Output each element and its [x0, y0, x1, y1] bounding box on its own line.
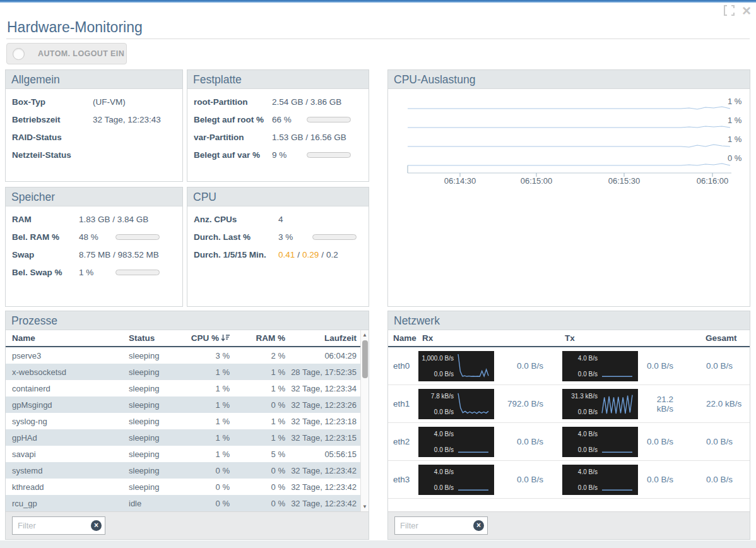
column-header-tx[interactable]: Tx: [562, 333, 704, 343]
tx-current-value: 0.0 B/s: [638, 437, 704, 446]
sort-descending-icon: [221, 334, 230, 342]
info-row-var-partition: var-Partition 1.53 GB / 16.56 GB: [194, 133, 362, 142]
prozesse-scrollbar[interactable]: ▲ ▼: [360, 330, 369, 511]
tx-min-label: 0.0 B/s: [578, 371, 598, 378]
prozesse-footer: ×: [6, 511, 369, 539]
scroll-down-icon[interactable]: ▼: [361, 504, 369, 509]
column-header-gesamt[interactable]: Gesamt: [704, 333, 750, 343]
rx-min-label: 0.0 B/s: [434, 408, 454, 415]
fullscreen-icon[interactable]: [724, 5, 735, 16]
process-cpu: 1 %: [189, 400, 230, 410]
info-row-durch-last: Durch. Last % 3 %: [194, 232, 362, 242]
interface-name: eth2: [388, 437, 418, 446]
root-usage-progressbar: [307, 117, 351, 122]
scroll-up-icon[interactable]: ▲: [361, 332, 369, 338]
column-header-name[interactable]: Name: [388, 333, 418, 343]
process-status: sleeping: [129, 450, 189, 459]
process-name: kthreadd: [6, 482, 129, 492]
process-laufzeit: 05:56:15: [285, 450, 360, 459]
time-tick-label: 06:16:00: [687, 176, 738, 186]
process-table-row: containerd sleeping 1 % 1 % 32 Tage, 12:…: [6, 380, 369, 396]
tx-sparkline-box: 4.0 B/s 0.0 B/s: [562, 465, 638, 495]
clear-filter-icon[interactable]: ×: [91, 520, 102, 531]
column-header-name[interactable]: Name: [6, 333, 129, 343]
rx-min-label: 0.0 B/s: [434, 446, 454, 453]
window-accent-bar: [0, 0, 756, 3]
info-row-load-average: Durch. 1/5/15 Min. 0.41/0.29/0.2: [194, 250, 362, 259]
cpu-usage-percent-label: 1 %: [728, 134, 756, 144]
tx-max-label: 4.0 B/s: [578, 431, 598, 438]
process-cpu: 0 %: [189, 499, 230, 508]
rx-sparkline: [456, 351, 494, 381]
process-table-row: x-websocketsd sleeping 1 % 1 % 28 Tage, …: [6, 364, 369, 380]
tx-sparkline-box: 4.0 B/s 0.0 B/s: [562, 351, 638, 381]
tx-min-label: 0.0 B/s: [578, 446, 598, 453]
panel-cpu-title: CPU: [187, 188, 369, 206]
rx-max-label: 4.0 B/s: [434, 431, 454, 438]
info-row-ram: RAM 1.83 GB / 3.84 GB: [12, 215, 176, 224]
process-ram: 1 %: [230, 384, 285, 393]
column-header-cpu[interactable]: CPU %: [189, 333, 230, 343]
rx-current-value: 0.0 B/s: [494, 361, 562, 371]
column-header-rx[interactable]: Rx: [418, 333, 562, 343]
process-name: systemd: [6, 466, 129, 475]
rx-max-label: 1,000.0 B/s: [422, 355, 454, 362]
process-status: idle: [129, 499, 189, 508]
time-tick-label: 06:14:30: [435, 176, 485, 186]
column-header-laufzeit[interactable]: Laufzeit: [285, 333, 360, 343]
tx-min-label: 0.0 B/s: [578, 484, 598, 491]
panel-speicher-title: Speicher: [6, 188, 182, 206]
time-tick-label: 06:15:30: [599, 176, 649, 186]
rx-sparkline-box: 1,000.0 B/s 0.0 B/s: [418, 351, 494, 381]
panel-netzwerk-title: Netzwerk: [388, 311, 750, 330]
process-ram: 0 %: [230, 482, 285, 492]
network-interface-row: eth3 4.0 B/s 0.0 B/s 0.0 B/s: [388, 461, 750, 499]
info-row-raid-status: RAID-Status: [12, 133, 176, 142]
info-row-betriebszeit: Betriebszeit 32 Tage, 12:23:43: [12, 115, 176, 124]
rx-max-label: 7.8 kB/s: [431, 393, 454, 400]
interface-name: eth0: [388, 361, 418, 371]
process-table-row: systemd sleeping 0 % 0 % 32 Tage, 12:23:…: [6, 462, 369, 479]
clear-filter-icon[interactable]: ×: [473, 520, 484, 531]
rx-current-value: 792.0 B/s: [494, 399, 562, 408]
tx-min-label: 0.0 B/s: [578, 408, 598, 415]
process-name: rcu_gp: [6, 499, 129, 508]
process-name: gpHAd: [6, 433, 129, 443]
process-ram: 1 %: [230, 367, 285, 377]
title-divider: [6, 39, 750, 39]
rx-sparkline-box: 4.0 B/s 0.0 B/s: [418, 427, 494, 457]
rx-sparkline: [456, 389, 494, 419]
tx-sparkline: [600, 351, 638, 381]
load-15min: 0.2: [326, 250, 338, 259]
column-header-ram[interactable]: RAM %: [230, 333, 285, 343]
process-table-row: syslog-ng sleeping 1 % 1 % 32 Tage, 12:2…: [6, 413, 369, 429]
netzwerk-table-body: eth0 1,000.0 B/s 0.0 B/s 0.0 B/s: [388, 347, 750, 499]
process-status: sleeping: [129, 433, 189, 443]
tx-current-value: 21.2 kB/s: [638, 395, 704, 414]
prozesse-table-header: Name Status CPU % RAM % Laufzeit: [6, 330, 369, 347]
tx-current-value: 0.0 B/s: [638, 475, 704, 484]
autologout-toggle-button[interactable]: AUTOM. LOGOUT EIN: [6, 43, 127, 64]
process-ram: 0 %: [230, 466, 285, 475]
toggle-radio-icon[interactable]: [13, 48, 25, 60]
var-usage-progressbar: [307, 152, 351, 158]
tx-sparkline: [600, 427, 638, 457]
tx-sparkline-box: 4.0 B/s 0.0 B/s: [562, 427, 638, 457]
process-ram: 0 %: [230, 400, 285, 410]
scrollbar-thumb[interactable]: [362, 340, 368, 378]
load-1min: 0.41: [278, 250, 295, 259]
column-header-status[interactable]: Status: [129, 333, 189, 343]
process-name: gpMsgingd: [6, 400, 129, 410]
interface-name: eth3: [388, 475, 418, 484]
info-row-netzteil-status: Netzteil-Status: [12, 150, 176, 160]
prozesse-table-body: pserve3 sleeping 3 % 2 % 06:04:29 x-webs…: [6, 347, 369, 511]
cpu-usage-percent-label: 1 %: [728, 97, 756, 106]
process-cpu: 1 %: [189, 384, 230, 393]
process-cpu: 1 %: [189, 417, 230, 426]
process-table-row: gpHAd sleeping 1 % 1 % 32 Tage, 12:23:15: [6, 429, 369, 446]
process-status: sleeping: [129, 351, 189, 360]
gesamt-value: 0.0 B/s: [704, 475, 750, 484]
network-interface-row: eth2 4.0 B/s 0.0 B/s 0.0 B/s: [388, 423, 750, 461]
close-icon[interactable]: ×: [742, 5, 751, 16]
process-cpu: 0 %: [189, 482, 230, 492]
